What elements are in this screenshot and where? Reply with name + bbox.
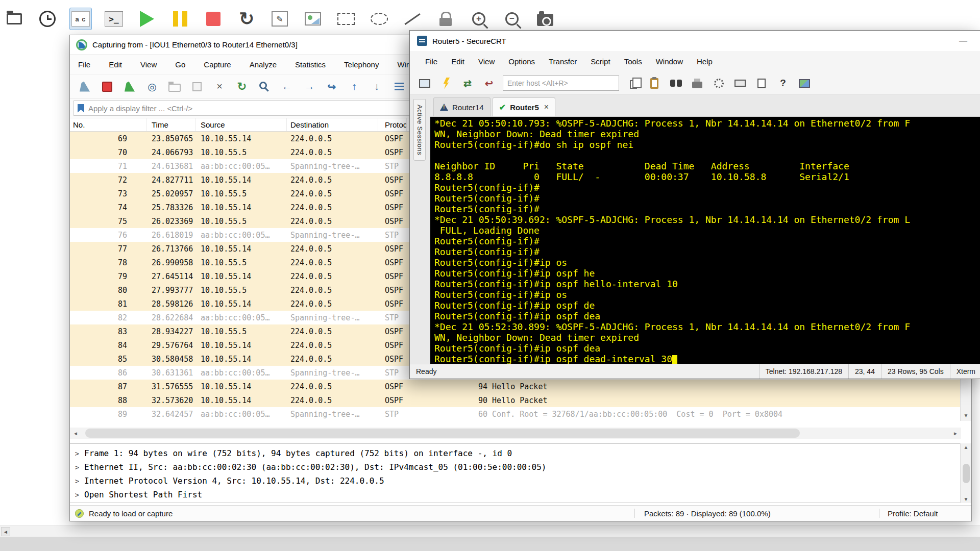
go-forward-icon[interactable]: → xyxy=(301,78,318,95)
save-file-icon[interactable] xyxy=(188,78,206,95)
packet-detail-row[interactable]: > Internet Protocol Version 4, Src: 10.1… xyxy=(70,474,961,488)
session-tab[interactable]: Router14 xyxy=(433,97,491,116)
minimize-button[interactable]: — xyxy=(959,36,967,45)
tab-close-button[interactable]: × xyxy=(544,103,549,112)
menu-item[interactable]: Go xyxy=(175,60,185,69)
column-header[interactable]: Time xyxy=(146,118,196,131)
expander-icon[interactable]: > xyxy=(70,477,84,485)
keyboard-map-icon[interactable] xyxy=(732,76,748,91)
disconnect-icon[interactable]: ↩ xyxy=(481,76,497,91)
reconnect-icon[interactable]: ⇄ xyxy=(460,76,475,91)
expander-icon[interactable]: > xyxy=(70,449,84,458)
menu-item[interactable]: Telephony xyxy=(344,60,379,69)
securecrt-titlebar[interactable]: Router5 - SecureCRT — xyxy=(410,31,980,51)
menu-item[interactable]: File xyxy=(425,57,437,66)
go-bottom-icon[interactable]: ↓ xyxy=(368,78,385,95)
packet-detail-row[interactable]: > Frame 1: 94 bytes on wire (752 bits), … xyxy=(70,446,961,460)
column-header[interactable]: No. xyxy=(70,118,146,131)
packet-row[interactable]: 89 32.642457 aa:bb:cc:00:05… Spanning-tr… xyxy=(70,407,960,421)
capture-options-icon[interactable] xyxy=(76,78,93,95)
filter-bookmark-icon[interactable] xyxy=(78,104,84,113)
draw-note-icon[interactable]: ✎ xyxy=(268,8,291,30)
session-options-icon[interactable] xyxy=(711,76,726,91)
print-icon[interactable] xyxy=(690,76,705,91)
packet-list-horizontal-scrollbar[interactable]: ◄ ► xyxy=(70,428,961,439)
scrollbar-track[interactable] xyxy=(81,428,950,439)
terminal[interactable]: *Dec 21 05:50:10.793: %OSPF-5-ADJCHG: Pr… xyxy=(430,117,980,364)
packet-row[interactable]: 87 31.576555 10.10.55.14 224.0.0.5 OSPF … xyxy=(70,380,960,393)
draw-line-icon[interactable] xyxy=(401,8,424,30)
menu-item[interactable]: Capture xyxy=(204,60,231,69)
reload-file-icon[interactable]: ↻ xyxy=(233,78,251,95)
packet-row[interactable]: 88 32.573620 10.10.55.14 224.0.0.5 OSPF … xyxy=(70,393,960,407)
menu-item[interactable]: Transfer xyxy=(549,57,577,66)
insert-image-icon[interactable] xyxy=(302,8,324,30)
open-project-icon[interactable] xyxy=(3,8,26,30)
scroll-left-arrow-icon[interactable]: ◄ xyxy=(1,527,10,536)
reload-icon[interactable]: ↻ xyxy=(235,8,258,30)
packet-detail-row[interactable]: > Open Shortest Path First xyxy=(70,488,961,502)
scroll-right-icon[interactable]: ► xyxy=(950,428,961,439)
scroll-down-icon[interactable]: ▼ xyxy=(964,496,969,502)
expander-icon[interactable]: > xyxy=(70,463,84,471)
menu-item[interactable]: View xyxy=(140,60,157,69)
column-header[interactable]: Destination xyxy=(287,118,378,131)
zoom-in-icon[interactable]: + xyxy=(468,8,490,30)
scrollbar-thumb[interactable] xyxy=(85,429,800,438)
session-connect-icon[interactable] xyxy=(417,76,432,91)
column-header[interactable]: Source xyxy=(196,118,287,131)
detail-vertical-scrollbar[interactable]: ▲ ▼ xyxy=(960,443,971,503)
session-tab[interactable]: Router5 × xyxy=(493,97,555,116)
menu-item[interactable]: Window xyxy=(656,57,683,66)
start-icon[interactable] xyxy=(136,8,158,30)
find-icon[interactable] xyxy=(668,76,683,91)
expert-info-icon[interactable] xyxy=(75,509,84,518)
stop-capture-icon[interactable] xyxy=(99,78,116,95)
scroll-down-icon[interactable]: ▼ xyxy=(961,410,971,421)
quick-connect-host-input[interactable] xyxy=(503,76,619,91)
go-back-icon[interactable]: ← xyxy=(278,78,296,95)
active-sessions-tab[interactable]: Active Sessions xyxy=(413,99,426,161)
screenshot-icon[interactable] xyxy=(534,8,556,30)
menu-item[interactable]: Tools xyxy=(624,57,642,66)
menu-item[interactable]: Options xyxy=(508,57,535,66)
menu-item[interactable]: File xyxy=(78,60,90,69)
packet-detail-row[interactable]: > Ethernet II, Src: aa:bb:cc:00:02:30 (a… xyxy=(70,460,961,474)
copy-icon[interactable] xyxy=(625,76,641,91)
zoom-out-icon[interactable]: − xyxy=(501,8,523,30)
lock-icon[interactable] xyxy=(434,8,457,30)
paste-icon[interactable] xyxy=(647,76,662,91)
properties-icon[interactable] xyxy=(754,76,769,91)
column-header[interactable]: Protocol xyxy=(378,118,407,131)
draw-ellipse-icon[interactable] xyxy=(368,8,390,30)
profile-text[interactable]: Profile: Default xyxy=(879,509,971,518)
menu-item[interactable]: Script xyxy=(591,57,610,66)
help-icon[interactable]: ? xyxy=(775,76,791,91)
restart-capture-icon[interactable] xyxy=(121,78,138,95)
capture-filter-icon[interactable]: ◎ xyxy=(143,78,161,95)
quick-connect-icon[interactable] xyxy=(438,76,454,91)
menu-item[interactable]: Edit xyxy=(109,60,122,69)
scroll-up-icon[interactable]: ▲ xyxy=(964,444,969,450)
close-file-icon[interactable]: × xyxy=(211,78,228,95)
session-manager-icon[interactable] xyxy=(797,76,812,91)
menu-item[interactable]: View xyxy=(478,57,495,66)
menu-item[interactable]: Analyze xyxy=(250,60,277,69)
expander-icon[interactable]: > xyxy=(70,491,84,499)
find-packet-icon[interactable] xyxy=(256,78,273,95)
canvas-horizontal-scrollbar[interactable]: ◄ xyxy=(0,525,980,537)
go-top-icon[interactable]: ↑ xyxy=(346,78,363,95)
menu-item[interactable]: Help xyxy=(697,57,713,66)
snapshot-clock-icon[interactable] xyxy=(36,8,59,30)
scrollbar-thumb[interactable] xyxy=(963,464,970,483)
add-note-icon[interactable]: a c xyxy=(69,8,92,30)
open-file-icon[interactable] xyxy=(166,78,183,95)
colorize-icon[interactable] xyxy=(390,78,408,95)
go-to-packet-icon[interactable]: ↪ xyxy=(323,78,340,95)
draw-rectangle-icon[interactable] xyxy=(335,8,357,30)
console-icon[interactable]: >_ xyxy=(103,8,125,30)
menu-item[interactable]: Statistics xyxy=(295,60,326,69)
scroll-left-icon[interactable]: ◄ xyxy=(70,428,81,439)
menu-item[interactable]: Edit xyxy=(451,57,464,66)
stop-icon[interactable] xyxy=(202,8,225,30)
